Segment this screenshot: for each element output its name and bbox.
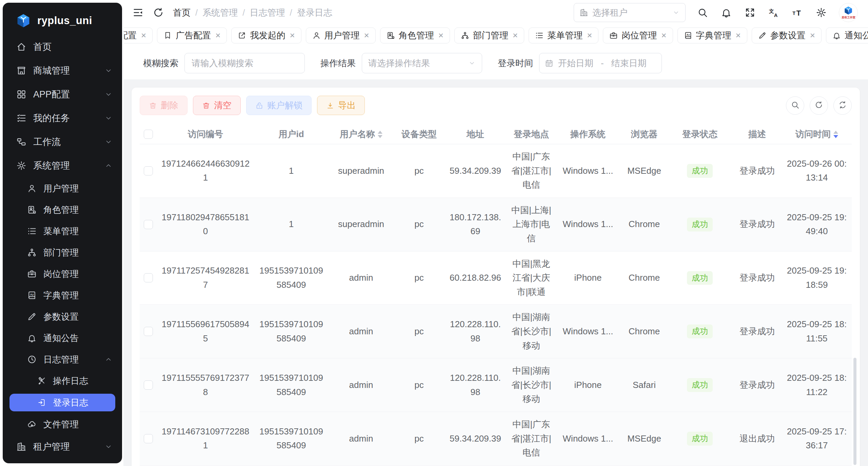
tab-label: 部门管理 <box>473 30 508 41</box>
cell-user_name: admin <box>328 262 394 294</box>
cell-browser: MSEdge <box>620 154 669 187</box>
sidebar-item-label: 系统管理 <box>33 160 70 172</box>
tab-close-icon[interactable]: × <box>364 31 369 40</box>
reload-icon[interactable] <box>153 7 164 18</box>
sidebar-item-APP配置[interactable]: APP配置 <box>3 85 122 104</box>
sidebar-item-工作流[interactable]: 工作流 <box>3 132 122 151</box>
sidebar-item-部门管理[interactable]: 部门管理 <box>3 244 122 261</box>
sidebar-item-操作日志[interactable]: 操作日志 <box>3 372 122 389</box>
column-header-用户名称[interactable]: 用户名称 <box>328 125 394 144</box>
refresh-button[interactable] <box>810 96 828 115</box>
导出-button[interactable]: 导出 <box>317 96 365 115</box>
tab-close-icon[interactable]: × <box>215 31 220 40</box>
tab-岗位管理[interactable]: 岗位管理× <box>603 27 673 43</box>
tab-通知公告[interactable]: 通知公告× <box>826 27 868 43</box>
tab-广告配置[interactable]: 广告配置× <box>157 27 227 43</box>
tab-close-icon[interactable]: × <box>661 31 666 40</box>
sidebar-item-登录日志[interactable]: 登录日志 <box>9 394 115 411</box>
sidebar-item-商城管理[interactable]: 商城管理 <box>3 61 122 80</box>
sidebar-item-文件管理[interactable]: 文件管理 <box>3 416 122 433</box>
search-button[interactable] <box>786 96 804 115</box>
sidebar-item-用户管理[interactable]: 用户管理 <box>3 180 122 197</box>
sort-desc-icon[interactable] <box>378 135 382 138</box>
row-checkbox[interactable] <box>144 327 153 336</box>
sync-button[interactable] <box>833 96 852 115</box>
tab-close-icon[interactable]: × <box>513 31 518 40</box>
collapse-sidebar-icon[interactable] <box>132 7 144 18</box>
row-checkbox[interactable] <box>144 380 153 390</box>
tab-配置[interactable]: 配置× <box>123 27 153 43</box>
cell-checkbox[interactable] <box>140 369 157 402</box>
sidebar-item-字典管理[interactable]: Az字典管理 <box>3 287 122 304</box>
tab-菜单管理[interactable]: 菜单管理× <box>529 27 598 43</box>
sort-desc-icon[interactable] <box>833 135 838 138</box>
avatar[interactable]: 若依工作室 <box>839 3 858 22</box>
tab-字典管理[interactable]: Az字典管理× <box>677 27 747 43</box>
tab-close-icon[interactable]: × <box>438 31 443 40</box>
sidebar-item-label: 字典管理 <box>43 290 79 301</box>
sidebar-item-菜单管理[interactable]: 菜单管理 <box>3 223 122 240</box>
column-header-访问时间[interactable]: 访问时间 <box>783 125 850 144</box>
bell-icon[interactable] <box>721 7 732 18</box>
sidebar-item-岗位管理[interactable]: 岗位管理 <box>3 265 122 282</box>
tab-close-icon[interactable]: × <box>736 31 741 40</box>
清空-button[interactable]: 清空 <box>193 96 241 115</box>
sidebar-item-label: 日志管理 <box>43 354 79 366</box>
chevron-up-icon <box>104 162 113 170</box>
cell-checkbox[interactable] <box>140 315 157 348</box>
cell-status: 成功 <box>669 422 731 455</box>
tab-参数设置[interactable]: 参数设置× <box>752 27 822 43</box>
tab-close-icon[interactable]: × <box>290 31 295 40</box>
sidebar-item-label: APP配置 <box>33 88 70 100</box>
bookmark-icon <box>163 31 172 40</box>
fullscreen-icon[interactable] <box>745 7 755 18</box>
cell-checkbox[interactable] <box>140 262 157 294</box>
operation-result-select[interactable]: 请选择操作结果 <box>362 53 482 73</box>
login-time-range-picker[interactable]: 开始日期 - 结束日期 <box>539 53 662 73</box>
translate-icon[interactable]: 文A <box>768 7 779 18</box>
breadcrumb-item[interactable]: 首页 <box>173 7 191 19</box>
breadcrumb-item[interactable]: 日志管理 <box>250 7 285 19</box>
cell-checkbox[interactable] <box>140 422 157 455</box>
sort-asc-icon[interactable] <box>378 131 382 134</box>
sidebar-item-系统监控[interactable]: 系统监控 <box>3 461 122 463</box>
fontsize-icon[interactable]: TT <box>792 7 803 18</box>
fuzzy-search-input[interactable] <box>184 53 305 73</box>
sidebar-item-首页[interactable]: 首页 <box>3 37 122 56</box>
tab-角色管理[interactable]: 角色管理× <box>380 27 450 43</box>
tab-close-icon[interactable]: × <box>587 31 592 40</box>
table-scrollbar[interactable] <box>853 358 856 465</box>
cell-device: pc <box>394 154 444 187</box>
sort-asc-icon[interactable] <box>833 131 838 134</box>
breadcrumb-item[interactable]: 系统管理 <box>202 7 238 19</box>
tab-close-icon[interactable]: × <box>141 31 146 40</box>
sort-caret-icon[interactable] <box>378 131 382 138</box>
row-checkbox[interactable] <box>144 273 153 282</box>
column-header-checkbox[interactable] <box>140 125 157 144</box>
tenant-select[interactable]: 选择租户 <box>574 3 686 22</box>
dept-icon <box>461 31 469 40</box>
gear-icon[interactable] <box>816 7 827 18</box>
row-checkbox[interactable] <box>144 434 153 443</box>
sidebar-item-日志管理[interactable]: 日志管理 <box>3 351 122 368</box>
select-all-checkbox[interactable] <box>144 130 153 139</box>
sidebar-item-参数设置[interactable]: 参数设置 <box>3 308 122 325</box>
row-checkbox[interactable] <box>144 166 153 175</box>
tab-close-icon[interactable]: × <box>810 31 815 40</box>
search-icon[interactable] <box>697 7 708 18</box>
sidebar-item-角色管理[interactable]: 角色管理 <box>3 201 122 218</box>
sidebar-item-我的任务[interactable]: 我的任务 <box>3 109 122 128</box>
cell-location: 中国|黑龙江省|大庆市|联通 <box>507 251 556 305</box>
sidebar-item-租户管理[interactable]: 租户管理 <box>3 437 122 456</box>
row-checkbox[interactable] <box>144 220 153 229</box>
sort-caret-icon[interactable] <box>833 131 838 138</box>
cell-checkbox[interactable] <box>140 208 157 241</box>
tab-我发起的[interactable]: 我发起的× <box>231 27 301 43</box>
chevron-down-icon <box>104 114 113 122</box>
sidebar-item-系统管理[interactable]: 系统管理 <box>3 156 122 175</box>
cell-checkbox[interactable] <box>140 154 157 187</box>
tab-部门管理[interactable]: 部门管理× <box>454 27 524 43</box>
sidebar-item-通知公告[interactable]: 通知公告 <box>3 330 122 347</box>
tab-用户管理[interactable]: 用户管理× <box>306 27 376 43</box>
table-row: 19711556961750589451951539710109585409ad… <box>140 305 852 358</box>
